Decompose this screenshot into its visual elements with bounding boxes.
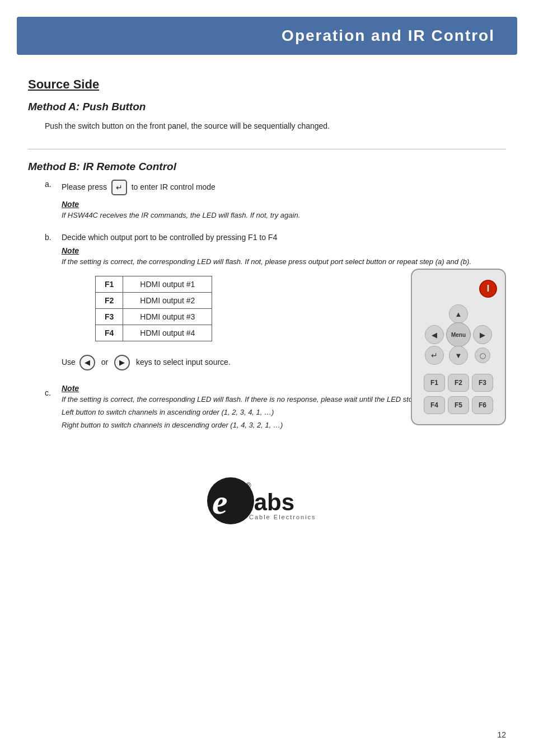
step-a: a. Please press ↵ to enter IR control mo… [45,180,506,222]
remote-control: I ▲ ◀ Menu ▶ ↵ ▼ [411,269,506,425]
f4-button[interactable]: F4 [424,396,445,414]
enter-key-icon: ↵ [111,180,127,195]
section-title: Source Side [28,77,506,92]
step-a-content: Please press ↵ to enter IR control mode … [62,180,506,222]
step-a-text2: to enter IR control mode [132,182,216,191]
up-icon: ▲ [455,310,462,318]
step-c-text-before: Use [62,358,76,367]
step-c-text-middle: or [101,358,108,367]
step-a-label: a. [45,180,62,189]
svg-text:Cable Electronics: Cable Electronics [249,514,316,520]
menu-label: Menu [451,332,466,338]
page-title: Operation and IR Control [17,27,495,45]
menu-button[interactable]: Menu [446,322,471,347]
table-cell-value: HDMI output #3 [123,308,212,325]
table-cell-key: F2 [96,292,123,308]
step-b-text: Decide which output port to be controlle… [62,233,277,242]
f1-label: F1 [430,379,438,387]
method-b-title: Method B: IR Remote Control [28,161,506,173]
f1-button[interactable]: F1 [424,374,445,392]
table-cell-key: F4 [96,325,123,341]
step-c-label: c. [45,388,62,397]
power-icon: I [487,284,489,294]
f4-label: F4 [430,401,438,409]
method-a-body: Push the switch button on the front pane… [45,120,506,132]
fn-row-1: F1 F2 F3 [424,374,493,392]
step-c-text-after: keys to select input source. [136,358,231,367]
enter-icon: ↵ [431,351,438,360]
f3-label: F3 [479,379,486,387]
enter-button[interactable]: ↵ [425,346,444,365]
header-banner: Operation and IR Control [17,17,517,55]
left-arrow-icon: ◀ [79,355,95,370]
left-icon: ◀ [432,331,437,339]
page-number: 12 [497,730,506,739]
extra-icon: ◯ [480,353,486,359]
f2-label: F2 [455,379,462,387]
left-button[interactable]: ◀ [425,325,444,344]
table-row: F3HDMI output #3 [96,308,212,325]
step-b-note-text: If the setting is correct, the correspon… [62,256,506,268]
extra-button[interactable]: ◯ [475,348,490,363]
f6-label: F6 [479,401,486,409]
power-button[interactable]: I [479,280,497,298]
f3-button[interactable]: F3 [472,374,493,392]
up-button[interactable]: ▲ [449,304,468,323]
step-a-text: Please press [62,182,107,191]
f6-button[interactable]: F6 [472,396,493,414]
svg-text:labs: labs [247,489,294,515]
method-a-title: Method A: Push Button [28,101,506,113]
svg-text:®: ® [246,481,251,490]
step-a-note-label: Note [62,200,506,209]
down-icon: ▼ [455,351,462,360]
logo-area: e ® labs Cable Electronics [28,476,506,526]
right-icon: ▶ [480,331,485,339]
table-cell-value: HDMI output #2 [123,292,212,308]
logo-svg: e ® labs Cable Electronics [205,476,329,526]
table-row: F4HDMI output #4 [96,325,212,341]
table-cell-key: F3 [96,308,123,325]
table-cell-key: F1 [96,276,123,292]
f5-label: F5 [455,401,462,409]
table-row: F2HDMI output #2 [96,292,212,308]
step-b-note-label: Note [62,246,506,255]
power-row: I [420,280,497,298]
table-cell-value: HDMI output #4 [123,325,212,341]
remote-body: I ▲ ◀ Menu ▶ ↵ ▼ [411,269,506,425]
f2-button[interactable]: F2 [448,374,469,392]
hdmi-table: F1HDMI output #1F2HDMI output #2F3HDMI o… [95,276,212,341]
table-row: F1HDMI output #1 [96,276,212,292]
svg-text:e: e [212,483,228,521]
down-button[interactable]: ▼ [449,346,468,365]
method-a-section: Method A: Push Button Push the switch bu… [28,101,506,132]
step-b-label: b. [45,233,62,242]
f5-button[interactable]: F5 [448,396,469,414]
step-a-note-text: If HSW44C receives the IR commands, the … [62,210,506,222]
right-button[interactable]: ▶ [473,325,492,344]
right-arrow-icon: ▶ [114,355,130,370]
fn-row-2: F4 F5 F6 [424,396,493,414]
table-cell-value: HDMI output #1 [123,276,212,292]
nav-cluster: ▲ ◀ Menu ▶ ↵ ▼ ◯ [424,304,493,365]
